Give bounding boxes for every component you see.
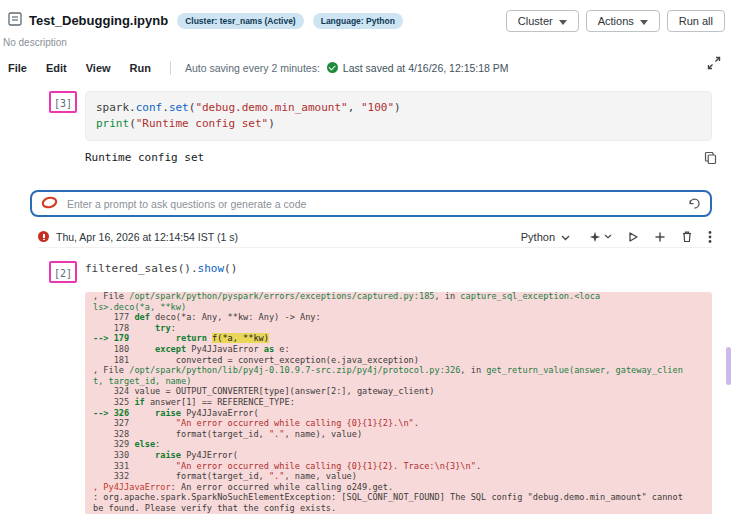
code-block: filtered_sales().show()	[85, 261, 712, 277]
annotation-box: [3]	[49, 91, 77, 113]
menu-item-edit[interactable]: Edit	[46, 62, 67, 74]
assistant-icon	[41, 195, 58, 213]
autosave-text: Auto saving every 2 minutes:	[185, 62, 320, 74]
code-line: --> 179 return f(*a, **kw)	[93, 333, 704, 344]
code-cell-1: [3] spark.conf.set("debug.demo.min_amoun…	[0, 91, 733, 141]
page-title: Test_Debugging.ipynb	[29, 13, 168, 28]
menu-item-file[interactable]: File	[8, 62, 27, 74]
code-line: 332 format(target_id, ".", name, value)	[93, 471, 704, 482]
error-status-icon	[38, 231, 49, 242]
menubar: File Edit View Run Auto saving every 2 m…	[8, 60, 725, 75]
header-actions: Cluster Actions Run all	[506, 10, 725, 32]
code-line: , File /opt/spark/python/lib/py4j-0.10.9…	[93, 365, 704, 376]
cell-gutter	[0, 292, 85, 514]
run-all-button[interactable]: Run all	[667, 10, 725, 32]
title-group: Test_Debugging.ipynb	[8, 12, 168, 30]
cell-timestamp: Thu, Apr 16, 2026 at 12:14:54 IST (1 s)	[56, 231, 238, 243]
code-cell-2: [2] filtered_sales().show()	[0, 261, 733, 283]
code-line: : org.apache.spark.SparkNoSuchElementExc…	[93, 492, 704, 503]
history-button[interactable]	[688, 197, 701, 210]
annotation-box: [2]	[49, 261, 77, 283]
traceback-text: , File /opt/spark/python/pyspark/errors/…	[93, 292, 704, 513]
add-cell-button[interactable]	[654, 231, 666, 243]
code-line: 331 "An error occurred while calling {0}…	[93, 461, 704, 472]
delete-cell-button[interactable]	[681, 230, 693, 243]
last-saved-text: Last saved at 4/16/26, 12:15:18 PM	[343, 62, 509, 74]
chevron-down-icon	[640, 15, 648, 27]
code-block: spark.conf.set("debug.demo.min_amount", …	[96, 100, 701, 132]
cell-output: Runtime config set	[85, 151, 204, 164]
actions-button[interactable]: Actions	[586, 10, 660, 32]
cell-output-row: Runtime config set	[0, 151, 733, 164]
language-selector[interactable]: Python	[521, 231, 570, 243]
code-line: filtered_sales().show()	[85, 261, 712, 277]
code-line: spark.conf.set("debug.demo.min_amount", …	[96, 100, 701, 116]
code-line: be found. Please verify that the config …	[93, 503, 704, 514]
saved-check-icon	[327, 62, 338, 73]
notebook-icon	[8, 12, 22, 30]
menubar-divider	[170, 61, 171, 75]
cell-gutter	[0, 151, 85, 164]
assistant-prompt-bar	[30, 190, 712, 217]
menu-item-view[interactable]: View	[86, 62, 111, 74]
code-line: 177 def deco(*a: Any, **kw: Any) -> Any:	[93, 312, 704, 323]
code-line: print("Runtime config set")	[96, 116, 701, 132]
cell-gutter: [3]	[0, 91, 85, 141]
code-line: 180 except Py4JJavaError as e:	[93, 344, 704, 355]
scrollbar-thumb[interactable]	[726, 347, 731, 385]
code-line: 330 raise Py4JError(	[93, 450, 704, 461]
execution-count: [2]	[54, 268, 72, 279]
code-line: 325 if answer[1] == REFERENCE_TYPE:	[93, 397, 704, 408]
code-line: , File /opt/spark/python/pyspark/errors/…	[93, 292, 704, 302]
code-line: 178 try:	[93, 323, 704, 334]
code-line: ls>.deco(*a, **kw)	[93, 302, 704, 313]
cluster-button[interactable]: Cluster	[506, 10, 579, 32]
assistant-sparkle-button[interactable]	[589, 231, 612, 243]
code-line: 327 "An error occurred while calling {0}…	[93, 418, 704, 429]
expand-icon[interactable]	[707, 56, 721, 74]
run-cell-button[interactable]	[627, 231, 639, 243]
cluster-badge[interactable]: Cluster: tesr_nams (Active)	[177, 13, 304, 29]
code-line: , Py4JJavaError: An error occurred while…	[93, 482, 704, 493]
notebook-page: Test_Debugging.ipynb Cluster: tesr_nams …	[0, 0, 733, 514]
header: Test_Debugging.ipynb Cluster: tesr_nams …	[8, 8, 725, 33]
error-traceback[interactable]: , File /opt/spark/python/pyspark/errors/…	[85, 292, 712, 514]
code-line: --> 326 raise Py4JJavaError(	[93, 408, 704, 419]
menu-item-run[interactable]: Run	[130, 62, 151, 74]
code-line: 328 format(target_id, ".", name), value)	[93, 429, 704, 440]
description-text: No description	[3, 37, 733, 48]
code-line: 329 else:	[93, 439, 704, 450]
code-line: 324 value = OUTPUT_CONVERTER[type](answe…	[93, 386, 704, 397]
execution-count: [3]	[54, 98, 72, 109]
chevron-down-icon	[561, 231, 570, 243]
cell-status-row: Thu, Apr 16, 2026 at 12:14:54 IST (1 s) …	[38, 226, 712, 248]
code-line: 181 converted = convert_exception(e.java…	[93, 355, 704, 366]
cell-toolbar: Python	[521, 230, 712, 244]
code-editor[interactable]: spark.conf.set("debug.demo.min_amount", …	[85, 91, 712, 141]
code-line: t, target_id, name)	[93, 376, 704, 387]
prompt-input[interactable]	[67, 198, 679, 210]
copy-output-button[interactable]	[704, 151, 717, 169]
error-output-row: , File /opt/spark/python/pyspark/errors/…	[0, 292, 733, 514]
more-options-button[interactable]	[708, 230, 712, 244]
language-badge[interactable]: Language: Python	[313, 13, 403, 29]
code-editor[interactable]: filtered_sales().show()	[85, 261, 712, 283]
chevron-down-icon	[559, 15, 567, 27]
cell-gutter: [2]	[0, 261, 85, 283]
